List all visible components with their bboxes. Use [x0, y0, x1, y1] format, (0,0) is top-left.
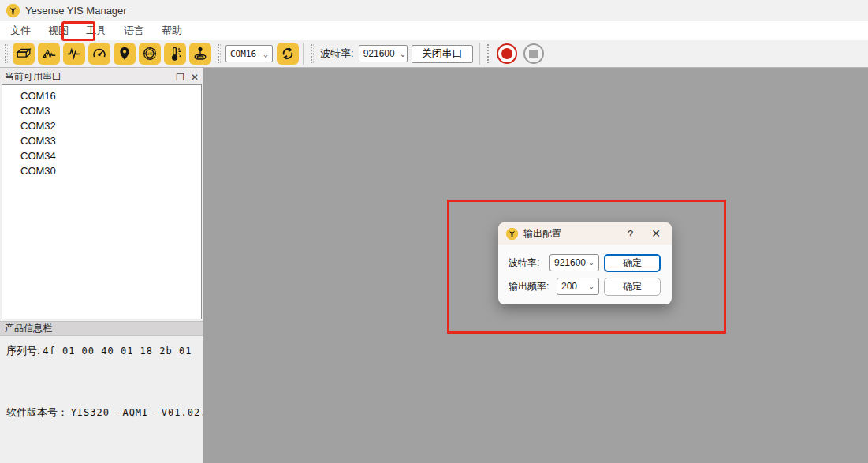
baud-rate-config-row: 波特率: 921600 ⌄ 确定 — [498, 254, 672, 272]
com-port-select[interactable]: COM16 ⌄ — [225, 45, 273, 62]
location-pin-icon — [116, 45, 133, 62]
toolbar-grip[interactable] — [311, 44, 314, 63]
menu-tools[interactable]: 工具 — [77, 21, 115, 40]
list-item-port[interactable]: COM34 — [2, 148, 201, 163]
cube-icon — [15, 45, 32, 62]
dialog-frequency-label: 输出频率: — [509, 280, 549, 293]
menu-file[interactable]: 文件 — [2, 21, 39, 40]
dialog-baud-value: 921600 — [554, 257, 586, 268]
list-item-port[interactable]: COM30 — [2, 163, 201, 178]
dialog-baud-ok-button[interactable]: 确定 — [604, 254, 661, 272]
temperature-button[interactable] — [164, 43, 186, 65]
pressure-button[interactable] — [189, 43, 211, 65]
dialog-baud-select[interactable]: 921600 ⌄ — [549, 254, 599, 271]
pulse-waveform-icon — [65, 45, 83, 62]
dialog-close-button[interactable]: ✕ — [648, 227, 664, 240]
serial-port-list: COM16 COM3 COM32 COM33 COM34 COM30 — [2, 84, 202, 319]
toolbar-grip[interactable] — [487, 44, 490, 63]
pressure-icon — [192, 45, 209, 62]
utc-clock-icon: UTC — [141, 45, 158, 62]
dialog-help-button[interactable]: ? — [618, 228, 643, 240]
list-item-port[interactable]: COM3 — [2, 103, 201, 118]
float-panel-icon[interactable]: ❐ — [176, 73, 184, 82]
angle-waveform-icon — [40, 45, 58, 62]
dialog-titlebar: 输出配置 ? ✕ — [498, 222, 672, 245]
dialog-baud-label: 波特率: — [509, 256, 539, 270]
gauge-icon — [91, 45, 108, 62]
3d-view-button[interactable] — [13, 43, 35, 65]
dialog-frequency-select[interactable]: 200 ⌄ — [557, 278, 599, 295]
stop-square-icon — [529, 50, 538, 58]
window-title: Yesense YIS Manager — [25, 5, 127, 17]
list-item-port[interactable]: COM33 — [2, 133, 201, 148]
output-config-dialog: 输出配置 ? ✕ 波特率: 921600 ⌄ 确定 输出频率: 200 ⌄ 确定 — [498, 222, 672, 304]
svg-text:UTC: UTC — [146, 52, 153, 56]
refresh-icon — [279, 45, 296, 62]
product-info-title: 产品信息栏 — [5, 322, 52, 335]
serial-ports-panel-header: 当前可用串口 ❐ ✕ — [0, 69, 203, 84]
serial-number-value: 4f 01 00 40 01 18 2b 01 — [43, 345, 192, 357]
serial-number-row: 序列号: 4f 01 00 40 01 18 2b 01 — [6, 344, 192, 358]
chevron-down-icon: ⌄ — [588, 282, 594, 290]
dialog-app-logo-icon — [506, 228, 518, 240]
toolbar: UTC COM16 ⌄ 波特率: 921600 ⌄ 关闭串口 — [0, 40, 868, 68]
toolbar-separator — [479, 43, 480, 65]
menu-language[interactable]: 语言 — [115, 21, 153, 40]
baud-rate-select[interactable]: 921600 ⌄ — [359, 45, 408, 62]
window-titlebar: Yesense YIS Manager — [0, 0, 868, 21]
menu-help[interactable]: 帮助 — [153, 21, 191, 40]
refresh-ports-button[interactable] — [277, 43, 299, 65]
product-info-header: 产品信息栏 — [0, 321, 203, 336]
attitude-wave-button[interactable] — [38, 43, 60, 65]
dialog-frequency-value: 200 — [561, 281, 577, 292]
chevron-down-icon: ⌄ — [400, 50, 406, 58]
record-dot-icon — [501, 48, 512, 59]
list-item-port[interactable]: COM16 — [2, 88, 201, 103]
close-panel-icon[interactable]: ✕ — [191, 73, 199, 82]
app-logo-icon — [6, 4, 20, 17]
com-port-value: COM16 — [230, 49, 256, 59]
chevron-down-icon: ⌄ — [263, 50, 268, 58]
baud-rate-label: 波特率: — [320, 47, 354, 61]
serial-ports-panel-title: 当前可用串口 — [5, 70, 170, 84]
software-version-row: 软件版本号： YIS320 -AQMI -V01.02.03; — [6, 405, 226, 420]
menu-view[interactable]: 视图 — [39, 21, 77, 40]
left-dock-panel: 当前可用串口 ❐ ✕ COM16 COM3 COM32 COM33 COM34 … — [0, 68, 203, 463]
close-serial-port-button[interactable]: 关闭串口 — [412, 45, 473, 63]
output-frequency-config-row: 输出频率: 200 ⌄ 确定 — [498, 278, 672, 296]
utc-clock-button[interactable]: UTC — [139, 43, 161, 65]
location-button[interactable] — [114, 43, 136, 65]
thermometer-icon — [166, 45, 184, 62]
toolbar-separator — [303, 43, 304, 65]
chevron-down-icon: ⌄ — [588, 259, 594, 267]
baud-rate-value: 921600 — [363, 48, 395, 59]
list-item-port[interactable]: COM32 — [2, 118, 201, 133]
dialog-frequency-ok-button[interactable]: 确定 — [604, 278, 661, 296]
serial-number-label: 序列号: — [6, 345, 40, 357]
signal-wave-button[interactable] — [63, 43, 85, 65]
toolbar-grip[interactable] — [218, 44, 221, 63]
software-version-label: 软件版本号： — [6, 406, 68, 418]
record-button[interactable] — [497, 43, 517, 64]
menubar: 文件 视图 工具 语言 帮助 — [0, 21, 868, 40]
gauge-button[interactable] — [88, 43, 110, 65]
dialog-title: 输出配置 — [523, 227, 613, 241]
stop-button[interactable] — [523, 43, 544, 64]
toolbar-grip[interactable] — [5, 44, 8, 63]
